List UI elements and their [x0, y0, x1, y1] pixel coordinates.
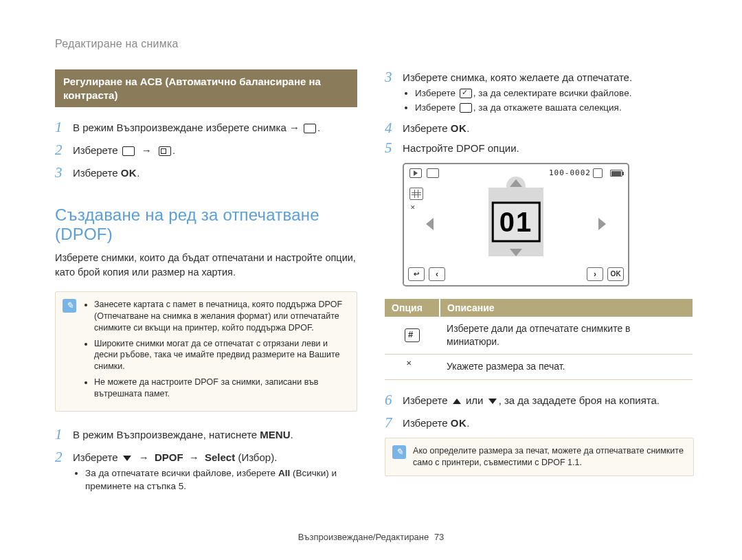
table-header-option: Опция [385, 299, 440, 317]
step-body: Изберете OK. [403, 415, 469, 431]
dpof-note-box: ✎ Занесете картата с памет в печатница, … [55, 291, 357, 412]
preview-side-icons [409, 188, 423, 218]
chevron-up-icon [453, 399, 461, 404]
step-number: 1 [55, 120, 73, 135]
sub-text: За да отпечатате всички файлове, изберет… [85, 468, 278, 478]
dpof-note-box-2: ✎ Ако определите размера за печат, может… [385, 438, 694, 476]
step-number: 7 [385, 415, 403, 431]
step-text: Изберете снимка, която желаете да отпеча… [403, 71, 632, 83]
right-column: 3 Изберете снимка, която желаете да отпе… [385, 69, 694, 502]
chevron-down-icon [488, 399, 497, 404]
sub-text: , за да откажете вашата селекция. [473, 102, 622, 113]
table-row: Изберете дали да отпечатате снимките в м… [385, 317, 693, 354]
step-body: Изберете → DPOF → Select (Избор). За да … [73, 449, 357, 495]
ok-label: OK [451, 417, 467, 429]
playback-icon [409, 168, 422, 178]
step-body: Изберете или , за да зададете броя на ко… [403, 392, 660, 408]
sub-text: Изберете [415, 88, 458, 98]
two-columns: Регулиране на ACB (Автоматично балансира… [55, 69, 694, 502]
step-number: 4 [385, 120, 403, 136]
nav-right-icon [598, 218, 606, 230]
note-info-icon: ✎ [63, 299, 76, 313]
nav-left-icon [426, 218, 434, 230]
arrow-icon: → [142, 143, 152, 157]
step-text: Изберете [403, 122, 451, 134]
copy-count-display: 01 [492, 202, 541, 243]
step-body: Изберете OK. [73, 165, 139, 181]
sub-bullet: За да отпечатате всички файлове, изберет… [85, 467, 357, 493]
step-text: (Избор). [235, 451, 277, 463]
note-info-icon: ✎ [392, 445, 406, 459]
step-text: Изберете [73, 144, 118, 156]
acb-banner: Регулиране на ACB (Автоматично балансира… [55, 69, 357, 107]
size-option-icon [405, 360, 420, 374]
nav-up-icon [510, 179, 522, 187]
ok-label: OK [451, 122, 467, 134]
note-bullet: Широките снимки могат да се отпечатат с … [94, 338, 347, 373]
file-counter: 100-0002 [549, 168, 591, 177]
note-bullets: Занесете картата с памет в печатница, ко… [94, 299, 347, 404]
page-footer: Възпроизвеждане/Редактиране 73 [0, 532, 742, 542]
table-header-desc: Описание [440, 299, 693, 317]
ok-button-icon: OK [607, 267, 624, 281]
dpof-steps-c: 6 Изберете или , за да зададете броя на … [385, 392, 694, 431]
step-number: 2 [55, 142, 73, 158]
ok-label: OK [121, 167, 137, 179]
step-text: В режим Възпроизвеждане изберете снимка … [73, 122, 300, 133]
step-text: Изберете [403, 417, 451, 429]
mode-icon [427, 168, 439, 178]
table-cell: Изберете дали да отпечатате снимките в м… [440, 317, 693, 354]
sub-bullet: Изберете , за да селектирате всички файл… [415, 87, 632, 100]
step-number: 2 [55, 449, 73, 495]
step-number: 1 [55, 427, 73, 443]
chevron-down-icon [123, 456, 131, 461]
sub-bullets: За да отпечатате всички файлове, изберет… [85, 467, 357, 493]
camera-screen-preview: 100-0002 01 [403, 163, 629, 287]
preview-bottom: ↩ ‹ › OK [408, 267, 624, 281]
dpof-section-sub: Изберете снимки, които да бъдат отпечата… [55, 251, 357, 279]
step-text: . [466, 417, 469, 429]
battery-icon [610, 170, 622, 177]
note-text: Ако определите размера за печат, можете … [413, 445, 684, 469]
step-number: 5 [385, 140, 403, 156]
arrow-icon: → [139, 450, 149, 464]
thumbnail-icon [409, 188, 423, 200]
next-button-icon: › [587, 267, 603, 281]
step-text: Изберете [403, 394, 451, 406]
manual-page: Редактиране на снимка Регулиране на ACB … [0, 0, 742, 560]
option-table: Опция Описание Изберете дали да отпечата… [385, 299, 693, 380]
back-button-icon: ↩ [408, 267, 425, 281]
select-all-icon [460, 89, 472, 98]
prev-button-icon: ‹ [429, 267, 445, 281]
dpof-steps-a: 1 В режим Възпроизвеждане, натиснете MEN… [55, 427, 357, 495]
acb-steps: 1 В режим Възпроизвеждане изберете снимк… [55, 120, 357, 181]
step-body: В режим Възпроизвеждане изберете снимка … [73, 120, 320, 135]
card-icon [593, 168, 603, 178]
dpof-label: DPOF [155, 451, 183, 463]
left-column: Регулиране на ACB (Автоматично балансира… [55, 69, 357, 502]
step-text: Изберете [73, 167, 118, 179]
table-row: Укажете размера за печат. [385, 354, 693, 379]
step-body: Настройте DPOF опции. [403, 140, 519, 156]
step-text: . [466, 122, 469, 134]
footer-text: Възпроизвеждане/Редактиране [298, 532, 429, 542]
step-text: , за да зададете броя на копията. [499, 394, 660, 406]
table-cell: Укажете размера за печат. [440, 354, 693, 379]
step-body: В режим Възпроизвеждане, натиснете MENU. [73, 427, 293, 443]
step-text: . [291, 429, 293, 440]
page-header: Редактиране на снимка [55, 38, 694, 50]
sub-bullets: Изберете , за да селектирате всички файл… [415, 87, 632, 115]
deselect-icon [460, 103, 472, 113]
step-number: 6 [385, 392, 403, 408]
nav-down-icon [510, 249, 522, 256]
step-body: Изберете → . [73, 142, 175, 158]
thumbnail-option-icon [405, 328, 420, 342]
sub-text: Изберете [415, 102, 458, 113]
step-number: 3 [385, 69, 403, 116]
cancel-size-icon [409, 205, 423, 218]
sub-bullet: Изберете , за да откажете вашата селекци… [415, 102, 632, 115]
step-body: Изберете OK. [403, 120, 469, 136]
step-text: Изберете [73, 451, 121, 463]
all-label: All [278, 468, 290, 478]
edit-icon [304, 124, 316, 133]
